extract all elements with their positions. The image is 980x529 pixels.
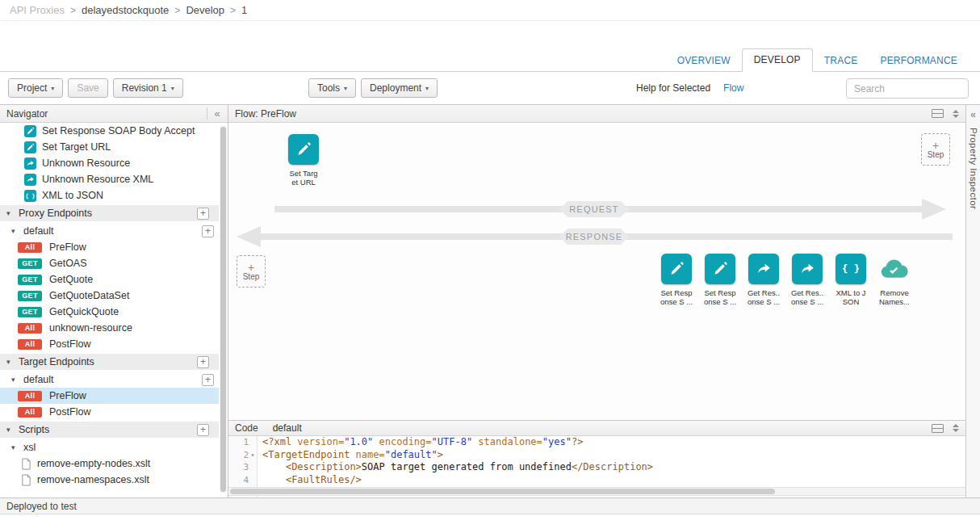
method-badge: All (18, 391, 42, 401)
navigator-item-getquotedataset[interactable]: GETGetQuoteDataSet (0, 288, 219, 304)
navigator-item-label: remove-empty-nodes.xslt (37, 458, 150, 469)
navigator-header: Navigator « (0, 105, 228, 123)
code-tab-default[interactable]: default (273, 422, 302, 434)
line-gutter[interactable]: 3 (228, 461, 258, 474)
code-horizontal-scrollbar[interactable] (228, 487, 965, 496)
navigator-section-target-endpoints[interactable]: ▾Target Endpoints+ (0, 354, 219, 370)
navigator-item-preflow[interactable]: AllPreFlow (0, 388, 219, 404)
navigator-group-xsl[interactable]: ▾xsl (0, 439, 219, 456)
flow-step[interactable]: Get Res.. onse S ... (785, 254, 829, 306)
project-menu-button[interactable]: Project ▾ (8, 78, 63, 98)
navigator-item-remove-empty-nodes-xslt[interactable]: remove-empty-nodes.xslt (0, 456, 219, 472)
tab-performance[interactable]: PERFORMANCE (869, 50, 969, 71)
tools-menu-button[interactable]: Tools ▾ (308, 78, 356, 98)
flow-step[interactable]: Get Res.. onse S ... (742, 254, 785, 306)
navigator-item-remove-namespaces-xslt[interactable]: remove-namespaces.xslt (0, 472, 219, 488)
code-line-text: <FaultRules/> (258, 474, 362, 487)
navigator-item-label: GetQuote (49, 274, 93, 285)
project-menu-label: Project (17, 82, 47, 94)
flow-step[interactable]: { }XML to J SON (829, 254, 873, 306)
navigator-item-xml-to-json[interactable]: { }XML to JSON (0, 187, 219, 204)
flow-canvas[interactable]: REQUEST RESPONSE + Step + Step Set Targ … (228, 123, 965, 420)
add-button[interactable]: + (197, 208, 209, 220)
group-title: default (23, 374, 54, 385)
navigator-item-getoas[interactable]: GETGetOAS (0, 255, 219, 271)
tab-develop[interactable]: DEVELOP (742, 48, 813, 72)
code-line-text: <TargetEndpoint name="default"> (258, 449, 443, 462)
code-scrollbar-thumb[interactable] (230, 489, 775, 494)
navigator-scrollbar[interactable] (220, 125, 227, 493)
navigator-section-proxy-endpoints[interactable]: ▾Proxy Endpoints+ (0, 205, 219, 221)
expand-property-inspector-button[interactable]: « (970, 109, 976, 120)
line-gutter[interactable]: 2▾ (228, 449, 258, 462)
add-request-step-button[interactable]: + Step (921, 133, 950, 166)
code-header-icons (932, 424, 959, 433)
navigator-scrollbar-thumb[interactable] (220, 127, 226, 492)
add-response-step-button[interactable]: + Step (237, 255, 266, 288)
navigator-item-postflow[interactable]: AllPostFlow (0, 404, 219, 420)
navigator-item-label: GetQuoteDataSet (49, 290, 129, 301)
response-arrow-icon (237, 226, 261, 247)
pencil-icon (288, 134, 319, 165)
add-button[interactable]: + (197, 356, 209, 368)
flow-step[interactable]: Set Resp onse S ... (698, 254, 742, 306)
method-badge: All (18, 339, 42, 350)
breadcrumb-separator: > (174, 5, 180, 16)
navigator-item-unknown-resource[interactable]: Unknown Resource (0, 155, 219, 171)
revision-menu-button[interactable]: Revision 1 ▾ (113, 78, 183, 98)
breadcrumb-item-api-proxies[interactable]: API Proxies (10, 4, 65, 16)
flow-step[interactable]: Set Resp onse S ... (655, 254, 698, 306)
breadcrumb-item-1[interactable]: 1 (241, 4, 247, 16)
step-label: Remove Names... (879, 288, 910, 306)
response-steps: Set Resp onse S ...Set Resp onse S ...Ge… (655, 254, 916, 306)
navigator-item-set-response-soap-body-accept[interactable]: Set Response SOAP Body Accept (0, 123, 219, 139)
navigator-item-unknown-resource[interactable]: Allunknown-resource (0, 320, 219, 336)
revision-menu-label: Revision 1 (122, 82, 167, 94)
add-button[interactable]: + (202, 225, 214, 237)
breadcrumb: API Proxies>delayedstockquote>Develop>1 (0, 0, 980, 21)
collapse-panel-icon[interactable] (953, 110, 959, 118)
navigator-item-label: PreFlow (49, 241, 86, 253)
flow-step[interactable]: Remove Names... (873, 254, 916, 306)
line-gutter[interactable]: 1 (228, 436, 258, 449)
navigator-item-preflow[interactable]: AllPreFlow (0, 239, 219, 255)
line-gutter[interactable]: 4 (228, 474, 258, 487)
caret-down-icon: ▾ (6, 426, 14, 434)
navigator-group-default[interactable]: ▾default+ (0, 223, 219, 239)
tab-overview[interactable]: OVERVIEW (666, 50, 742, 71)
section-title: Scripts (19, 424, 49, 435)
response-badge: RESPONSE (559, 229, 629, 245)
navigator-item-label: XML to JSON (42, 190, 103, 201)
save-button[interactable]: Save (68, 78, 107, 98)
navigator-item-set-target-url[interactable]: Set Target URL (0, 139, 219, 155)
collapse-panel-icon[interactable] (953, 424, 959, 432)
add-button[interactable]: + (197, 424, 209, 436)
navigator-group-default[interactable]: ▾default+ (0, 372, 219, 388)
fold-toggle-icon[interactable]: ▾ (249, 449, 257, 462)
navigator-item-label: unknown-resource (49, 322, 132, 334)
navigator-item-getquickquote[interactable]: GETGetQuickQuote (0, 304, 219, 320)
deployment-menu-button[interactable]: Deployment ▾ (361, 78, 438, 98)
layout-toggle-icon[interactable] (932, 109, 944, 118)
step-label: Set Resp onse S ... (660, 288, 693, 306)
collapse-navigator-button[interactable]: « (207, 107, 221, 120)
group-title: xsl (23, 442, 36, 453)
caret-down-icon: ▾ (11, 443, 19, 451)
breadcrumb-item-delayedstockquote[interactable]: delayedstockquote (82, 4, 169, 16)
search-input[interactable] (846, 78, 969, 99)
add-button[interactable]: + (202, 374, 214, 386)
navigator-item-unknown-resource-xml[interactable]: Unknown Resource XML (0, 171, 219, 187)
layout-toggle-icon[interactable] (932, 424, 944, 433)
navigator-section-scripts[interactable]: ▾Scripts+ (0, 422, 219, 438)
tab-trace[interactable]: TRACE (813, 50, 869, 71)
navigator-item-postflow[interactable]: AllPostFlow (0, 336, 219, 352)
property-inspector-strip: « Property Inspector (965, 105, 980, 498)
flow-step[interactable]: Set Targ et URL (282, 134, 325, 187)
code-line-text: <Description>SOAP target generated from … (258, 461, 653, 474)
help-flow-link[interactable]: Flow (723, 82, 743, 94)
navigator-item-getquote[interactable]: GETGetQuote (0, 271, 219, 288)
method-badge: All (18, 323, 42, 334)
breadcrumb-item-develop[interactable]: Develop (186, 4, 224, 16)
share-icon (748, 254, 779, 284)
tools-button-group: Tools ▾ Deployment ▾ (308, 78, 438, 98)
